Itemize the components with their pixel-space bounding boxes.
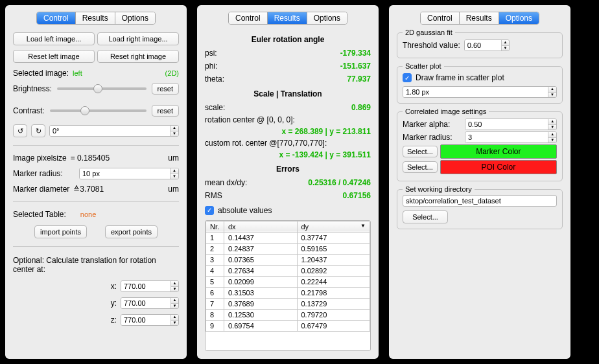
- threshold-label: Threshold value:: [403, 41, 460, 50]
- angle-spinner[interactable]: ▲▼: [170, 126, 178, 136]
- poi-color-swatch[interactable]: POI Color: [440, 160, 557, 174]
- draw-frame-checkbox[interactable]: ✓: [403, 73, 412, 82]
- frame-px-input[interactable]: [403, 87, 548, 97]
- cell-nr: 4: [206, 265, 224, 276]
- euler-title: Euler rotation angle: [205, 35, 371, 44]
- x-label: x:: [111, 282, 117, 291]
- custom-rot-label: custom rot. center @[770,770,770]:: [205, 139, 371, 148]
- scale-title: Scale | Translation: [205, 89, 371, 98]
- load-left-button[interactable]: Load left image...: [13, 32, 95, 45]
- group-scatter: Scatter plot ✓ Draw frame in scatter plo…: [397, 66, 563, 104]
- marker-color-select-button[interactable]: Select...: [403, 146, 438, 157]
- table-row[interactable]: 30.073651.20437: [206, 254, 370, 265]
- marker-radius-spinner[interactable]: ▲▼: [170, 168, 178, 179]
- cell-dy: 0.59165: [297, 243, 370, 254]
- absolute-values-checkbox[interactable]: ✓: [205, 206, 214, 215]
- tab-control[interactable]: Control: [37, 12, 76, 24]
- x-input[interactable]: [121, 281, 170, 291]
- wd-title: Set working directory: [403, 185, 475, 193]
- rotate-ccw-button[interactable]: ↺: [13, 124, 27, 137]
- marker-radius-opt-spinner[interactable]: ▲▼: [548, 132, 556, 142]
- tab-results[interactable]: Results: [76, 12, 115, 24]
- group-working-dir: Set working directory Select...: [397, 189, 563, 229]
- table-row[interactable]: 60.315030.21798: [206, 287, 370, 298]
- threshold-spinner[interactable]: ▲▼: [501, 40, 509, 51]
- marker-alpha-input[interactable]: [465, 119, 548, 130]
- tabs-options: Control Results Options: [420, 12, 539, 25]
- table-row[interactable]: 80.125300.79720: [206, 309, 370, 320]
- th-dx[interactable]: dx: [224, 221, 298, 232]
- cell-dx: 0.07365: [224, 254, 298, 265]
- reset-right-button[interactable]: Reset right image: [97, 50, 179, 63]
- cell-dx: 0.27634: [224, 265, 298, 276]
- marker-diameter-label: Marker diameter: [13, 185, 69, 194]
- wd-input[interactable]: [403, 195, 557, 207]
- mode-indicator: (2D): [165, 69, 179, 77]
- cell-dy: 0.37747: [297, 232, 370, 243]
- table-row[interactable]: 40.276340.02892: [206, 265, 370, 276]
- y-input[interactable]: [121, 298, 170, 308]
- rms-label: RMS: [205, 191, 222, 200]
- rotate-cw-button[interactable]: ↻: [31, 124, 45, 137]
- tab-options[interactable]: Options: [499, 12, 539, 24]
- marker-alpha-label: Marker alpha:: [403, 120, 461, 129]
- y-spinner[interactable]: ▲▼: [170, 298, 178, 308]
- z-input[interactable]: [121, 315, 170, 325]
- scale-label: scale:: [205, 103, 225, 112]
- cell-nr: 7: [206, 298, 224, 309]
- brightness-reset-button[interactable]: reset: [152, 83, 179, 95]
- frame-px-spinner[interactable]: ▲▼: [548, 87, 556, 97]
- mean-value: 0.25316 / 0.47246: [308, 178, 371, 187]
- correlated-title: Correlated image settings: [403, 108, 489, 115]
- export-points-button[interactable]: export points: [105, 225, 158, 238]
- contrast-slider[interactable]: [50, 109, 147, 112]
- tab-results[interactable]: Results: [460, 12, 499, 24]
- load-right-button[interactable]: Load right image...: [97, 32, 179, 45]
- brightness-slider[interactable]: [57, 87, 147, 90]
- contrast-label: Contrast:: [13, 106, 45, 115]
- table-row[interactable]: 10.144370.37747: [206, 232, 370, 243]
- reset-left-button[interactable]: Reset left image: [13, 50, 95, 63]
- selected-table-value: none: [80, 210, 96, 218]
- theta-label: theta:: [205, 74, 224, 84]
- table-row[interactable]: 90.697540.67479: [206, 320, 370, 331]
- group-correlated: Correlated image settings Marker alpha: …: [397, 111, 563, 181]
- poi-color-select-button[interactable]: Select...: [403, 161, 438, 173]
- psi-label: psi:: [205, 49, 217, 58]
- table-row[interactable]: 70.376890.13729: [206, 298, 370, 309]
- tab-control[interactable]: Control: [421, 12, 460, 24]
- wd-select-button[interactable]: Select...: [403, 210, 448, 223]
- absolute-values-label: absolute values: [218, 206, 272, 215]
- tab-options[interactable]: Options: [307, 12, 347, 24]
- cell-dx: 0.69754: [224, 320, 298, 331]
- th-nr[interactable]: Nr.: [206, 221, 224, 232]
- cell-dy: 0.13729: [297, 298, 370, 309]
- table-row[interactable]: 50.020990.22244: [206, 276, 370, 287]
- threshold-input[interactable]: [465, 40, 502, 51]
- cell-dx: 0.14437: [224, 232, 298, 243]
- x-spinner[interactable]: ▲▼: [170, 281, 178, 291]
- angle-input[interactable]: [50, 126, 170, 136]
- table-row[interactable]: 20.248370.59165: [206, 243, 370, 254]
- th-dy[interactable]: dy▼: [297, 221, 370, 232]
- cell-dy: 0.22244: [297, 276, 370, 287]
- z-spinner[interactable]: ▲▼: [170, 315, 178, 325]
- theta-value: 77.937: [347, 74, 371, 84]
- marker-color-swatch[interactable]: Marker Color: [440, 144, 557, 159]
- import-points-button[interactable]: import points: [34, 225, 87, 238]
- custom-rot-value: x = -139.424 | y = 391.511: [205, 150, 371, 159]
- brightness-label: Brightness:: [13, 84, 52, 93]
- cell-dx: 0.31503: [224, 287, 298, 298]
- rms-value: 0.67156: [343, 191, 371, 200]
- marker-radius-input[interactable]: [80, 168, 170, 179]
- cell-dy: 0.79720: [297, 309, 370, 320]
- phi-value: -151.637: [340, 62, 371, 71]
- tab-control[interactable]: Control: [229, 12, 268, 24]
- contrast-reset-button[interactable]: reset: [152, 105, 179, 117]
- tab-options[interactable]: Options: [115, 12, 155, 24]
- scatter-title: Scatter plot: [403, 62, 444, 70]
- tab-results[interactable]: Results: [268, 12, 307, 24]
- marker-alpha-spinner[interactable]: ▲▼: [548, 119, 556, 130]
- marker-radius-opt-input[interactable]: [465, 132, 548, 142]
- selected-image-label: Selected image:: [13, 69, 69, 78]
